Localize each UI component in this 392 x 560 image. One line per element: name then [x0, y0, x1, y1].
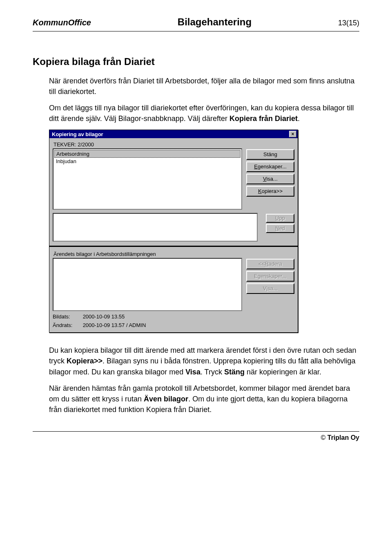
close-icon[interactable]: ×: [289, 131, 296, 137]
copy-button[interactable]: Kopiera>>: [246, 186, 294, 197]
list-item[interactable]: Inbjudan: [54, 158, 241, 165]
p3-e: . Tryck: [200, 368, 224, 376]
changed-value: 2000-10-09 13.57 / ADMIN: [83, 322, 146, 328]
p3-d: Visa: [185, 368, 200, 376]
list-item[interactable]: Arbetsordning: [54, 150, 241, 158]
middle-listbox[interactable]: [53, 213, 258, 242]
dialog-separator: [49, 246, 298, 247]
header-left: KommunOffice: [33, 18, 91, 27]
meta-changed: Ändrats: 2000-10-09 13.57 / ADMIN: [53, 322, 294, 328]
para2-bold: Kopiera från Diariet: [229, 114, 298, 123]
header-center: Bilagehantering: [178, 16, 252, 28]
show-button[interactable]: Visa...: [246, 174, 294, 184]
properties-button-2[interactable]: Egenskaper...: [246, 271, 294, 282]
dialog-window: Kopiering av bilagor × TEKVER: 2/2000 Ar…: [49, 130, 298, 333]
dialog-header-label: TEKVER: 2/2000: [53, 141, 294, 148]
source-listbox[interactable]: Arbetsordning Inbjudan: [53, 148, 242, 210]
changed-label: Ändrats:: [53, 322, 81, 328]
down-button[interactable]: Ned: [266, 224, 294, 233]
section2-label: Ärendets bilagor i Arbetsbordstillämpnin…: [53, 251, 294, 257]
close-button[interactable]: Stäng: [246, 149, 294, 160]
paragraph-3: Du kan kopiera bilagor till ditt ärende …: [49, 345, 359, 377]
para2-text-c: .: [298, 114, 300, 123]
page-header: KommunOffice Bilagehantering 13(15): [33, 16, 359, 31]
show-button-2[interactable]: Visa...: [246, 283, 294, 294]
properties-button[interactable]: Egenskaper...: [246, 161, 294, 172]
dialog-titlebar: Kopiering av bilagor ×: [49, 130, 298, 138]
dialog-screenshot: Kopiering av bilagor × TEKVER: 2/2000 Ar…: [49, 130, 359, 333]
meta-created: Bildats: 2000-10-09 13.55: [53, 314, 294, 320]
p4-b: Även bilagor: [144, 395, 188, 403]
dialog-title: Kopiering av bilagor: [52, 131, 103, 137]
created-label: Bildats:: [53, 314, 81, 320]
header-page-number: 13(15): [338, 19, 359, 27]
up-button[interactable]: Upp: [266, 214, 294, 223]
para2-text-a: Om det läggs till nya bilagor till diari…: [49, 104, 354, 123]
footer-copy: ©: [321, 434, 327, 441]
paragraph-4: När ärenden hämtas från gamla protokoll …: [49, 383, 359, 415]
p3-g: när kopieringen är klar.: [245, 368, 321, 376]
paragraph-2: Om det läggs till nya bilagor till diari…: [49, 103, 359, 124]
section-title: Kopiera bilaga från Diariet: [33, 56, 359, 67]
paragraph-1: När ärendet överförs från Diariet till A…: [49, 76, 359, 97]
target-listbox[interactable]: [53, 258, 242, 311]
p3-f: Stäng: [224, 368, 245, 376]
delete-button[interactable]: <<Radera: [246, 259, 294, 269]
footer-brand: Triplan Oy: [327, 434, 359, 441]
p3-b: Kopiera>>: [67, 357, 102, 365]
created-value: 2000-10-09 13.55: [83, 314, 125, 320]
page-footer: © Triplan Oy: [33, 431, 359, 441]
